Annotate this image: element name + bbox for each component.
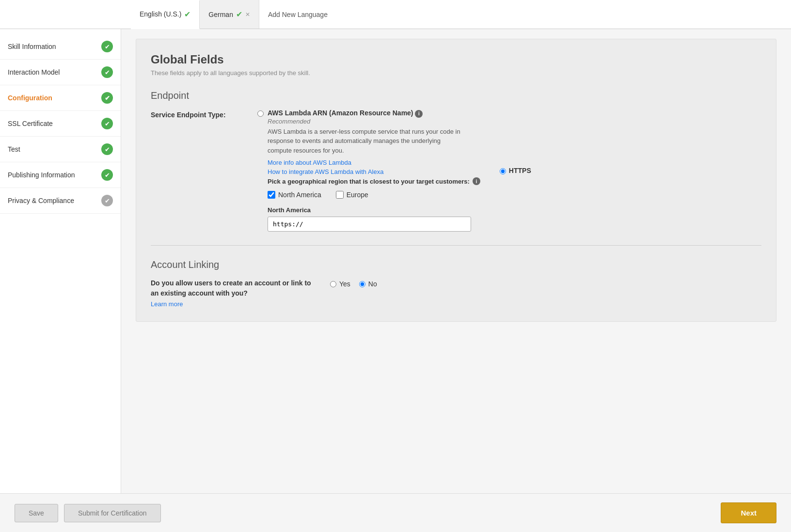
- sidebar-item-test-check: ✔: [101, 143, 113, 155]
- next-button[interactable]: Next: [721, 502, 776, 523]
- no-radio[interactable]: [359, 281, 365, 287]
- sidebar-item-publishing-info-label: Publishing Information: [8, 171, 75, 179]
- endpoint-title: Endpoint: [151, 90, 761, 101]
- endpoint-options: AWS Lambda ARN (Amazon Resource Name) i …: [257, 109, 761, 232]
- main-layout: Skill Information ✔ Interaction Model ✔ …: [0, 29, 791, 493]
- sidebar-item-interaction-model-check: ✔: [101, 66, 113, 78]
- account-linking-title: Account Linking: [151, 259, 761, 270]
- sidebar-item-interaction-model-label: Interaction Model: [8, 68, 60, 76]
- sidebar-item-interaction-model[interactable]: Interaction Model ✔: [0, 60, 121, 85]
- save-button[interactable]: Save: [15, 504, 58, 522]
- tab-german-close-icon[interactable]: ✕: [245, 11, 250, 18]
- lambda-link-1[interactable]: More info about AWS Lambda: [268, 159, 480, 166]
- tab-german-label: German: [208, 11, 233, 18]
- content-box: Global Fields These fields apply to all …: [136, 39, 776, 322]
- sidebar-item-skill-info-check: ✔: [101, 41, 113, 52]
- yes-label: Yes: [339, 280, 350, 288]
- account-linking-row: Do you allow users to create an account …: [151, 278, 761, 308]
- sidebar-item-test-label: Test: [8, 145, 20, 153]
- sidebar-item-publishing-info[interactable]: Publishing Information ✔: [0, 162, 121, 188]
- lambda-link-2[interactable]: How to integrate AWS Lambda with Alexa: [268, 168, 480, 175]
- sidebar: Skill Information ✔ Interaction Model ✔ …: [0, 29, 121, 493]
- tab-bar: English (U.S.) ✔ German ✔ ✕ Add New Lang…: [0, 0, 791, 29]
- sidebar-item-configuration-check: ✔: [101, 92, 113, 104]
- region-input[interactable]: [268, 217, 471, 232]
- footer-left: Save Submit for Certification: [15, 504, 161, 522]
- tab-english[interactable]: English (U.S.) ✔: [131, 0, 200, 29]
- tab-english-label: English (U.S.): [140, 10, 181, 18]
- sidebar-item-skill-info-label: Skill Information: [8, 43, 56, 50]
- geo-north-america-label: North America: [278, 191, 321, 199]
- account-linking-question: Do you allow users to create an account …: [151, 278, 316, 298]
- tab-german[interactable]: German ✔ ✕: [200, 0, 259, 29]
- add-language-button[interactable]: Add New Language: [259, 0, 336, 29]
- https-label: HTTPS: [509, 167, 531, 174]
- lambda-option: AWS Lambda ARN (Amazon Resource Name) i …: [257, 109, 480, 232]
- https-option: HTTPS: [500, 109, 531, 232]
- sidebar-item-skill-info[interactable]: Skill Information ✔: [0, 34, 121, 60]
- sidebar-item-test[interactable]: Test ✔: [0, 137, 121, 162]
- sidebar-item-privacy-compliance[interactable]: Privacy & Compliance ✔: [0, 188, 121, 214]
- lambda-option-content: AWS Lambda ARN (Amazon Resource Name) i …: [268, 109, 480, 232]
- sidebar-item-privacy-compliance-check: ✔: [101, 195, 113, 206]
- sidebar-item-ssl-certificate-label: SSL Certificate: [8, 120, 53, 127]
- yes-option[interactable]: Yes: [330, 280, 350, 288]
- global-fields-title: Global Fields: [151, 53, 761, 66]
- tab-german-check-icon: ✔: [236, 10, 242, 19]
- global-fields-subtitle: These fields apply to all languages supp…: [151, 69, 761, 77]
- lambda-label: AWS Lambda ARN (Amazon Resource Name) i: [268, 109, 480, 118]
- sidebar-item-publishing-info-check: ✔: [101, 169, 113, 181]
- account-linking-learn-more[interactable]: Learn more: [151, 300, 316, 308]
- geo-label: Pick a geographical region that is close…: [268, 177, 480, 185]
- account-linking-question-block: Do you allow users to create an account …: [151, 278, 316, 308]
- sidebar-item-configuration[interactable]: Configuration ✔: [0, 85, 121, 111]
- geo-europe[interactable]: Europe: [336, 191, 368, 199]
- no-option[interactable]: No: [359, 280, 377, 288]
- divider: [151, 245, 761, 246]
- geo-info-icon[interactable]: i: [473, 177, 480, 185]
- lambda-radio[interactable]: [257, 110, 264, 117]
- submit-button[interactable]: Submit for Certification: [64, 504, 161, 522]
- endpoint-row: Service Endpoint Type: AWS Lambda ARN (A…: [151, 109, 761, 232]
- geo-north-america-checkbox[interactable]: [268, 191, 275, 199]
- sidebar-item-ssl-certificate-check: ✔: [101, 118, 113, 129]
- https-radio[interactable]: [500, 168, 506, 174]
- region-label: North America: [268, 206, 480, 214]
- sidebar-item-ssl-certificate[interactable]: SSL Certificate ✔: [0, 111, 121, 137]
- yes-no-options: Yes No: [330, 278, 377, 288]
- endpoint-label: Service Endpoint Type:: [151, 109, 243, 119]
- geo-europe-checkbox[interactable]: [336, 191, 344, 199]
- sidebar-item-configuration-label: Configuration: [8, 94, 52, 102]
- lambda-description: AWS Lambda is a server-less compute serv…: [268, 127, 461, 156]
- lambda-info-icon[interactable]: i: [415, 110, 423, 118]
- tab-english-check-icon: ✔: [184, 10, 190, 19]
- footer: Save Submit for Certification Next: [0, 493, 791, 532]
- geo-europe-label: Europe: [347, 191, 368, 199]
- yes-radio[interactable]: [330, 281, 336, 287]
- sidebar-item-privacy-compliance-label: Privacy & Compliance: [8, 197, 74, 204]
- geo-north-america[interactable]: North America: [268, 191, 321, 199]
- main-content: Global Fields These fields apply to all …: [121, 29, 791, 493]
- lambda-recommended: Recommended: [268, 118, 480, 125]
- no-label: No: [368, 280, 377, 288]
- add-language-label: Add New Language: [268, 11, 328, 18]
- geo-options: North America Europe: [268, 191, 480, 199]
